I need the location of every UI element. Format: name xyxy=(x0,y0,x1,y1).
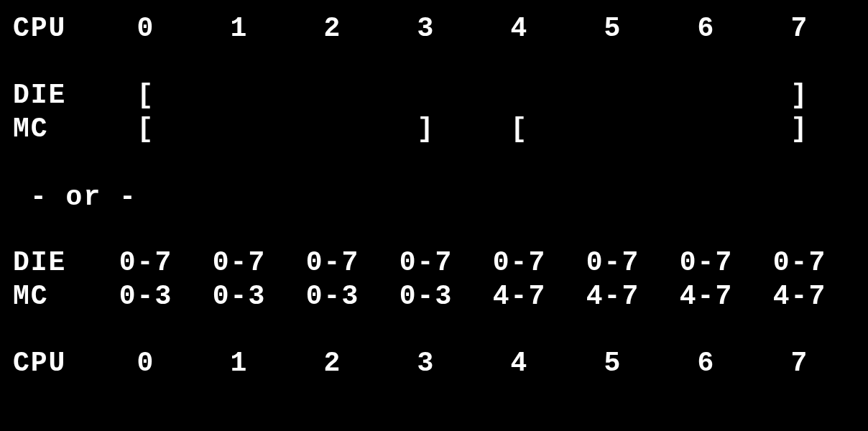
bracket-icon: ] xyxy=(379,113,473,144)
range-cell: 4-7 xyxy=(753,281,846,312)
bracket-icon: ] xyxy=(753,80,846,111)
range-cell: 0-7 xyxy=(379,247,473,278)
cpu-label: CPU xyxy=(13,348,99,379)
range-cell: 0-7 xyxy=(99,247,193,278)
range-cell: 0-7 xyxy=(566,247,660,278)
topology-terminal: CPU 0 1 2 3 4 5 6 7 DIE [ ] MC [ ] [ ] -… xyxy=(0,0,868,394)
cpu-col: 5 xyxy=(566,348,660,379)
range-cell: 0-7 xyxy=(473,247,566,278)
cpu-footer-row: CPU 0 1 2 3 4 5 6 7 xyxy=(13,348,855,379)
cpu-col: 7 xyxy=(753,13,846,44)
range-cell: 4-7 xyxy=(566,281,660,312)
die-bracket-row: DIE [ ] xyxy=(13,80,855,111)
bracket-icon: ] xyxy=(753,113,846,144)
range-cell: 0-7 xyxy=(286,247,379,278)
mc-bracket-row: MC [ ] [ ] xyxy=(13,113,855,144)
range-cell: 0-3 xyxy=(99,281,193,312)
cpu-col: 5 xyxy=(566,13,660,44)
cpu-label: CPU xyxy=(13,13,99,44)
die-label: DIE xyxy=(13,247,99,278)
range-cell: 0-3 xyxy=(286,281,379,312)
or-separator: - or - xyxy=(30,182,855,213)
die-label: DIE xyxy=(13,80,99,111)
cpu-col: 6 xyxy=(660,13,753,44)
bracket-icon: [ xyxy=(99,113,193,144)
cpu-col: 0 xyxy=(99,348,193,379)
mc-label: MC xyxy=(13,281,99,312)
cpu-col: 1 xyxy=(193,348,286,379)
cpu-col: 6 xyxy=(660,348,753,379)
mc-label: MC xyxy=(13,113,99,144)
cpu-header-row: CPU 0 1 2 3 4 5 6 7 xyxy=(13,13,855,44)
cpu-col: 3 xyxy=(379,13,473,44)
bracket-icon: [ xyxy=(99,80,193,111)
cpu-col: 7 xyxy=(753,348,846,379)
bracket-icon: [ xyxy=(473,113,566,144)
range-cell: 0-3 xyxy=(379,281,473,312)
cpu-col: 4 xyxy=(473,13,566,44)
cpu-col: 1 xyxy=(193,13,286,44)
range-cell: 0-3 xyxy=(193,281,286,312)
range-cell: 4-7 xyxy=(660,281,753,312)
range-cell: 0-7 xyxy=(193,247,286,278)
cpu-col: 4 xyxy=(473,348,566,379)
cpu-col: 3 xyxy=(379,348,473,379)
cpu-col: 2 xyxy=(286,13,379,44)
range-cell: 0-7 xyxy=(753,247,846,278)
cpu-col: 0 xyxy=(99,13,193,44)
cpu-col: 2 xyxy=(286,348,379,379)
range-cell: 0-7 xyxy=(660,247,753,278)
range-cell: 4-7 xyxy=(473,281,566,312)
mc-range-row: MC 0-3 0-3 0-3 0-3 4-7 4-7 4-7 4-7 xyxy=(13,281,855,312)
die-range-row: DIE 0-7 0-7 0-7 0-7 0-7 0-7 0-7 0-7 xyxy=(13,247,855,278)
